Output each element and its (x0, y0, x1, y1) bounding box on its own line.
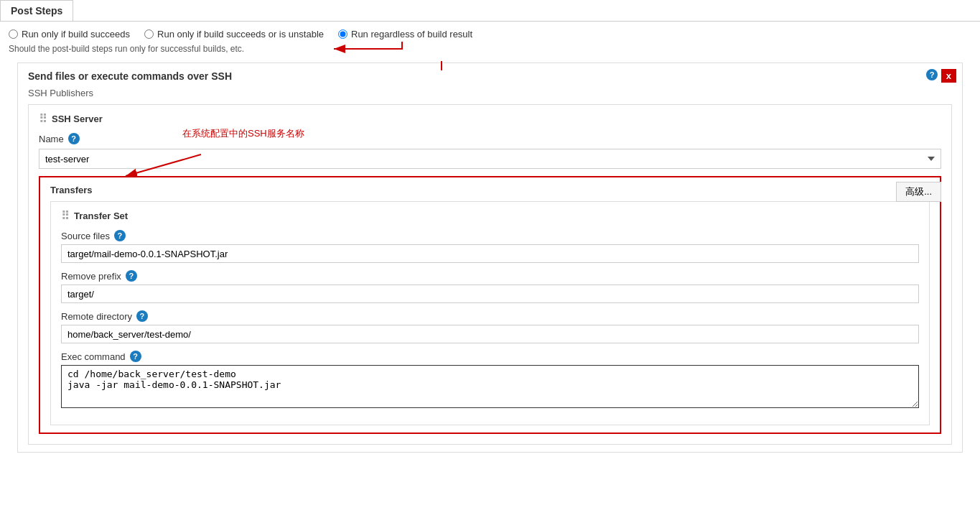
name-help-icon[interactable]: ? (68, 133, 80, 144)
remote-directory-label: Remote directory ? (61, 310, 919, 322)
remote-directory-input[interactable] (61, 325, 919, 343)
ssh-server-select[interactable]: test-server (39, 149, 941, 169)
radio-run-only[interactable]: Run only if build succeeds (9, 29, 130, 40)
remove-prefix-help-icon[interactable]: ? (126, 270, 137, 282)
exec-command-label: Exec command ? (61, 351, 919, 362)
hint-text: Should the post-build steps run only for… (9, 44, 971, 54)
transfers-title: Transfers (50, 185, 930, 195)
transfer-drag-handle-icon: ⠿ (61, 209, 70, 223)
ssh-server-block: ⠿ SSH Server Name ? 在系统配置中的SSH服务名称 test-… (28, 104, 952, 445)
transfer-set-block: ⠿ Transfer Set Source files ? (50, 201, 930, 425)
exec-command-row: Exec command ? cd /home/back_server/test… (61, 351, 919, 410)
radio-run-regardless-label: Run regardless of build result (351, 29, 472, 40)
ssh-server-title: ⠿ SSH Server (39, 112, 941, 126)
remove-prefix-row: Remove prefix ? (61, 270, 919, 303)
annotation-text: 在系统配置中的SSH服务名称 (182, 127, 304, 140)
radio-run-unstable-label: Run only if build succeeds or is unstabl… (157, 29, 324, 40)
advanced-button[interactable]: 高级... (896, 182, 941, 202)
ssh-publishers-label: SSH Publishers (28, 88, 952, 98)
radio-run-regardless[interactable]: Run regardless of build result (338, 29, 472, 40)
drag-handle-icon: ⠿ (39, 112, 47, 126)
ssh-server-label: SSH Server (52, 114, 103, 124)
remove-prefix-label: Remove prefix ? (61, 270, 919, 282)
ssh-section: Send files or execute commands over SSH … (17, 63, 963, 453)
remote-directory-help-icon[interactable]: ? (136, 310, 148, 322)
radio-run-unstable-input[interactable] (144, 29, 154, 39)
name-field-row: test-server (39, 149, 941, 169)
help-icon[interactable]: ? (926, 69, 938, 80)
source-files-label: Source files ? (61, 230, 919, 241)
name-field-label: Name ? (39, 133, 941, 144)
exec-command-text: Exec command (61, 351, 126, 362)
radio-row: Run only if build succeeds Run only if b… (9, 29, 971, 40)
radio-run-regardless-input[interactable] (338, 29, 347, 39)
source-files-text: Source files (61, 231, 110, 241)
radio-run-only-label: Run only if build succeeds (22, 29, 130, 40)
remove-prefix-input[interactable] (61, 285, 919, 303)
radio-run-unstable[interactable]: Run only if build succeeds or is unstabl… (144, 29, 324, 40)
page-title: Post Steps (0, 0, 73, 21)
remote-directory-text: Remote directory (61, 311, 132, 322)
close-button[interactable]: x (941, 69, 956, 83)
name-label: Name (39, 134, 64, 144)
transfers-box: Transfers ⠿ Transfer Set Source files ? (39, 176, 941, 434)
remove-prefix-text: Remove prefix (61, 271, 121, 282)
source-files-input[interactable] (61, 244, 919, 263)
source-files-help-icon[interactable]: ? (114, 230, 126, 241)
remote-directory-row: Remote directory ? (61, 310, 919, 343)
top-section: Run only if build succeeds Run only if b… (0, 21, 980, 467)
ssh-section-title: Send files or execute commands over SSH (28, 70, 952, 82)
transfer-set-title: ⠿ Transfer Set (61, 209, 919, 223)
section-help-icon[interactable]: ? (925, 69, 938, 80)
transfer-set-label: Transfer Set (74, 211, 128, 221)
exec-command-help-icon[interactable]: ? (130, 351, 141, 362)
page-wrapper: Post Steps Run only if build succeeds Ru… (0, 0, 980, 518)
source-files-row: Source files ? (61, 230, 919, 263)
exec-command-textarea[interactable]: cd /home/back_server/test-demo java -jar… (61, 365, 919, 408)
radio-run-only-input[interactable] (9, 29, 18, 39)
